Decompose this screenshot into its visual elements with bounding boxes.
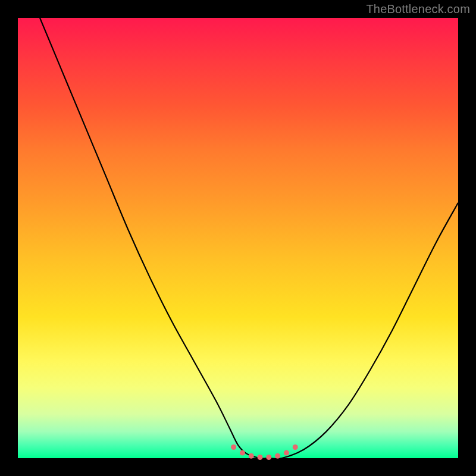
- plot-area: [18, 18, 458, 458]
- optimal-range-markers: [231, 444, 298, 460]
- marker-dot: [258, 455, 263, 460]
- bottleneck-curve: [40, 18, 458, 459]
- marker-dot: [249, 453, 254, 459]
- marker-dot: [293, 444, 298, 450]
- marker-dot: [275, 453, 280, 459]
- marker-dot: [266, 455, 271, 460]
- marker-dot: [231, 444, 236, 450]
- marker-dot: [240, 450, 245, 456]
- chart-svg: [18, 18, 458, 458]
- marker-dot: [284, 450, 289, 456]
- watermark-text: TheBottleneck.com: [366, 2, 470, 16]
- chart-frame: TheBottleneck.com: [0, 0, 476, 476]
